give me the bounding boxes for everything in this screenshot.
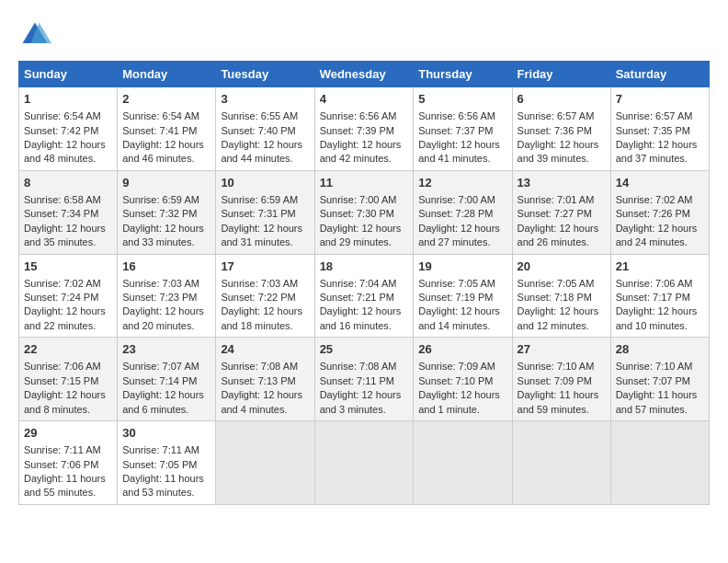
calendar-cell xyxy=(512,421,610,505)
sunset: Sunset: 7:13 PM xyxy=(221,375,295,386)
day-number: 10 xyxy=(221,175,309,191)
sunset: Sunset: 7:19 PM xyxy=(418,292,493,303)
daylight-label: Daylight: 12 hours and 18 minutes. xyxy=(221,305,302,330)
calendar-cell xyxy=(314,421,414,505)
sunset: Sunset: 7:28 PM xyxy=(418,208,493,219)
calendar-cell: 3Sunrise: 6:55 AMSunset: 7:40 PMDaylight… xyxy=(216,87,314,171)
sunset: Sunset: 7:35 PM xyxy=(616,125,690,136)
daylight-label: Daylight: 11 hours and 55 minutes. xyxy=(24,473,106,498)
sunrise: Sunrise: 7:04 AM xyxy=(320,278,397,289)
sunset: Sunset: 7:26 PM xyxy=(616,208,690,219)
sunset: Sunset: 7:27 PM xyxy=(518,208,592,219)
calendar-cell: 22Sunrise: 7:06 AMSunset: 7:15 PMDayligh… xyxy=(19,338,118,421)
day-number: 15 xyxy=(24,259,112,275)
daylight-label: Daylight: 11 hours and 57 minutes. xyxy=(616,389,698,414)
weekday-header: Monday xyxy=(118,62,216,87)
calendar-cell: 8Sunrise: 6:58 AMSunset: 7:34 PMDaylight… xyxy=(19,170,118,254)
daylight-label: Daylight: 12 hours and 26 minutes. xyxy=(518,223,599,247)
sunrise: Sunrise: 7:08 AM xyxy=(221,361,298,372)
calendar-cell: 23Sunrise: 7:07 AMSunset: 7:14 PMDayligh… xyxy=(118,338,216,421)
sunset: Sunset: 7:11 PM xyxy=(320,375,394,386)
calendar-cell: 12Sunrise: 7:00 AMSunset: 7:28 PMDayligh… xyxy=(414,170,512,254)
day-number: 28 xyxy=(616,341,704,358)
day-number: 8 xyxy=(24,175,112,191)
sunrise: Sunrise: 7:11 AM xyxy=(122,444,199,455)
daylight-label: Daylight: 12 hours and 37 minutes. xyxy=(616,139,698,164)
day-number: 2 xyxy=(122,91,210,108)
day-number: 26 xyxy=(418,341,506,358)
calendar-cell: 30Sunrise: 7:11 AMSunset: 7:05 PMDayligh… xyxy=(118,421,216,505)
sunrise: Sunrise: 6:58 AM xyxy=(24,194,101,205)
daylight-label: Daylight: 12 hours and 3 minutes. xyxy=(320,389,402,414)
calendar-cell: 7Sunrise: 6:57 AMSunset: 7:35 PMDaylight… xyxy=(610,87,709,171)
sunrise: Sunrise: 7:07 AM xyxy=(122,361,199,372)
calendar-table: SundayMondayTuesdayWednesdayThursdayFrid… xyxy=(18,61,710,505)
calendar-cell: 18Sunrise: 7:04 AMSunset: 7:21 PMDayligh… xyxy=(314,254,414,338)
sunrise: Sunrise: 7:00 AM xyxy=(320,194,397,205)
day-number: 27 xyxy=(518,341,606,358)
calendar-cell: 27Sunrise: 7:10 AMSunset: 7:09 PMDayligh… xyxy=(512,338,610,421)
day-number: 4 xyxy=(320,91,409,108)
sunrise: Sunrise: 6:57 AM xyxy=(518,110,595,121)
sunset: Sunset: 7:40 PM xyxy=(221,125,295,136)
calendar-cell: 5Sunrise: 6:56 AMSunset: 7:37 PMDaylight… xyxy=(414,87,512,171)
sunset: Sunset: 7:06 PM xyxy=(24,459,98,470)
daylight-label: Daylight: 12 hours and 44 minutes. xyxy=(221,139,302,164)
sunset: Sunset: 7:39 PM xyxy=(320,125,394,136)
calendar-cell: 28Sunrise: 7:10 AMSunset: 7:07 PMDayligh… xyxy=(610,338,709,421)
sunrise: Sunrise: 7:09 AM xyxy=(418,361,495,372)
daylight-label: Daylight: 12 hours and 8 minutes. xyxy=(24,389,106,414)
sunset: Sunset: 7:05 PM xyxy=(122,459,197,470)
day-number: 30 xyxy=(122,425,210,442)
calendar-cell: 25Sunrise: 7:08 AMSunset: 7:11 PMDayligh… xyxy=(314,338,414,421)
sunrise: Sunrise: 7:03 AM xyxy=(221,278,298,289)
logo xyxy=(18,18,55,52)
calendar-cell: 20Sunrise: 7:05 AMSunset: 7:18 PMDayligh… xyxy=(512,254,610,338)
daylight-label: Daylight: 12 hours and 41 minutes. xyxy=(418,139,500,164)
sunrise: Sunrise: 7:06 AM xyxy=(616,278,693,289)
calendar-cell: 15Sunrise: 7:02 AMSunset: 7:24 PMDayligh… xyxy=(19,254,118,338)
weekday-header: Saturday xyxy=(610,62,709,87)
day-number: 20 xyxy=(518,259,606,275)
sunrise: Sunrise: 7:00 AM xyxy=(418,194,495,205)
sunrise: Sunrise: 7:08 AM xyxy=(320,361,397,372)
daylight-label: Daylight: 12 hours and 46 minutes. xyxy=(122,139,204,164)
day-number: 1 xyxy=(24,91,112,108)
day-number: 24 xyxy=(221,341,309,358)
calendar-cell: 16Sunrise: 7:03 AMSunset: 7:23 PMDayligh… xyxy=(118,254,216,338)
day-number: 5 xyxy=(418,91,506,108)
day-number: 9 xyxy=(122,175,210,191)
calendar-cell: 9Sunrise: 6:59 AMSunset: 7:32 PMDaylight… xyxy=(118,170,216,254)
calendar-cell: 4Sunrise: 6:56 AMSunset: 7:39 PMDaylight… xyxy=(314,87,414,171)
page-header xyxy=(18,18,710,52)
weekday-header: Thursday xyxy=(414,62,512,87)
calendar-cell: 29Sunrise: 7:11 AMSunset: 7:06 PMDayligh… xyxy=(19,421,118,505)
sunset: Sunset: 7:41 PM xyxy=(122,125,197,136)
sunrise: Sunrise: 6:59 AM xyxy=(221,194,298,205)
sunrise: Sunrise: 6:59 AM xyxy=(122,194,199,205)
sunset: Sunset: 7:23 PM xyxy=(122,292,197,303)
calendar-cell xyxy=(610,421,709,505)
daylight-label: Daylight: 12 hours and 10 minutes. xyxy=(616,305,698,330)
calendar-cell: 2Sunrise: 6:54 AMSunset: 7:41 PMDaylight… xyxy=(118,87,216,171)
calendar-cell: 10Sunrise: 6:59 AMSunset: 7:31 PMDayligh… xyxy=(216,170,314,254)
weekday-header: Tuesday xyxy=(216,62,314,87)
sunset: Sunset: 7:15 PM xyxy=(24,375,98,386)
weekday-header: Sunday xyxy=(19,62,118,87)
day-number: 17 xyxy=(221,259,309,275)
sunrise: Sunrise: 7:11 AM xyxy=(24,444,101,455)
sunset: Sunset: 7:07 PM xyxy=(616,375,690,386)
sunrise: Sunrise: 7:03 AM xyxy=(122,278,199,289)
daylight-label: Daylight: 12 hours and 6 minutes. xyxy=(122,389,204,414)
sunrise: Sunrise: 7:10 AM xyxy=(616,361,693,372)
day-number: 21 xyxy=(616,259,704,275)
daylight-label: Daylight: 12 hours and 20 minutes. xyxy=(122,305,204,330)
day-number: 3 xyxy=(221,91,309,108)
daylight-label: Daylight: 12 hours and 1 minute. xyxy=(418,389,500,414)
sunrise: Sunrise: 7:06 AM xyxy=(24,361,101,372)
sunrise: Sunrise: 7:01 AM xyxy=(518,194,595,205)
day-number: 25 xyxy=(320,341,409,358)
calendar-cell: 13Sunrise: 7:01 AMSunset: 7:27 PMDayligh… xyxy=(512,170,610,254)
sunrise: Sunrise: 7:02 AM xyxy=(24,278,101,289)
daylight-label: Daylight: 12 hours and 39 minutes. xyxy=(518,139,599,164)
